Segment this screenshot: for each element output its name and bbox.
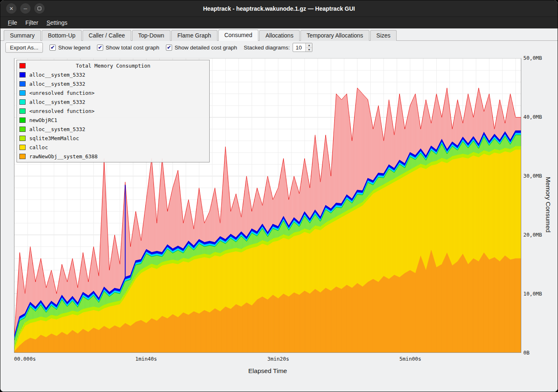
x-tick-label: 1min40s: [135, 356, 157, 362]
checkbox-show-detailed-cost-graph[interactable]: ✔Show detailed cost graph: [166, 45, 237, 51]
title-bar[interactable]: ✕ ─ Heaptrack - heaptrack.wakunode.1.gz …: [0, 0, 558, 17]
legend-label: alloc__system_5332: [29, 99, 85, 105]
legend-label: alloc__system_5332: [29, 81, 85, 87]
y-tick-label: 0B: [523, 350, 530, 356]
y-tick-label: 30,0MB: [523, 173, 542, 179]
y-axis-title: Memory Consumed: [544, 177, 552, 232]
checkbox-show-total-cost-graph[interactable]: ✔Show total cost graph: [97, 45, 159, 51]
x-tick-label: 00.000s: [14, 356, 36, 362]
x-tick-label: 5min00s: [400, 356, 421, 362]
legend-label: newObjRC1: [29, 117, 57, 123]
checkbox-label: Show total cost graph: [106, 45, 159, 51]
x-tick-label: 3min20s: [267, 356, 289, 362]
maximize-button[interactable]: [34, 3, 45, 14]
tab-consumed[interactable]: Consumed: [218, 30, 259, 41]
legend-label: alloc__system_5332: [29, 126, 85, 132]
legend-item: alloc__system_5332: [17, 97, 209, 106]
stacked-diagrams-value[interactable]: 10: [293, 43, 305, 52]
y-tick-label: 10,0MB: [523, 291, 542, 297]
minimize-button[interactable]: ─: [20, 3, 31, 14]
spinbox-arrows: ▲ ▼: [305, 43, 312, 52]
legend-item: alloc__system_5332: [17, 79, 209, 88]
checkbox-label: Show detailed cost graph: [175, 45, 237, 51]
legend-swatch: [19, 108, 26, 114]
maximize-icon: [38, 7, 41, 10]
checkbox-box[interactable]: ✔: [166, 45, 172, 51]
legend-label: alloc__system_5332: [29, 72, 85, 78]
y-tick-label: 40,0MB: [523, 114, 542, 120]
toolbar: Export As... ✔Show legend✔Show total cos…: [0, 41, 558, 54]
checkbox-box[interactable]: ✔: [97, 45, 103, 51]
tab-top-down[interactable]: Top-Down: [132, 30, 170, 41]
legend-label: Total Memory Consumption: [29, 63, 207, 69]
y-tick-label: 50,0MB: [523, 55, 542, 61]
legend-swatch: [19, 117, 26, 123]
chart-legend: Total Memory Consumptionalloc__system_53…: [17, 60, 210, 162]
stacked-diagrams-spinbox[interactable]: 10 ▲ ▼: [293, 43, 312, 52]
legend-label: <unresolved function>: [29, 108, 95, 114]
window-title: Heaptrack - heaptrack.wakunode.1.gz — He…: [0, 5, 558, 12]
memory-consumption-plot[interactable]: Total Memory Consumptionalloc__system_53…: [14, 58, 521, 353]
legend-item: newObjRC1: [17, 115, 209, 124]
legend-swatch: [19, 136, 26, 141]
checkbox-show-legend[interactable]: ✔Show legend: [50, 45, 90, 51]
legend-item: <unresolved function>: [17, 106, 209, 115]
checkbox-box[interactable]: ✔: [50, 45, 56, 51]
chart-area: Total Memory Consumptionalloc__system_53…: [0, 54, 558, 392]
window-controls: ✕ ─: [6, 3, 45, 14]
tab-allocations[interactable]: Allocations: [259, 30, 300, 41]
legend-item: alloc__system_5332: [17, 70, 209, 79]
checkbox-label: Show legend: [58, 45, 90, 51]
spin-up-icon[interactable]: ▲: [306, 43, 312, 48]
legend-swatch: [19, 72, 26, 77]
tab-sizes[interactable]: Sizes: [370, 30, 397, 41]
tab-bottom-up[interactable]: Bottom-Up: [42, 30, 82, 41]
tab-summary[interactable]: Summary: [4, 30, 41, 41]
legend-label: calloc: [29, 144, 48, 150]
menu-filter[interactable]: Filter: [21, 18, 43, 28]
legend-swatch: [19, 127, 26, 132]
stacked-diagrams-label: Stacked diagrams:: [244, 45, 290, 51]
close-button[interactable]: ✕: [6, 3, 17, 14]
heaptrack-window: ✕ ─ Heaptrack - heaptrack.wakunode.1.gz …: [0, 0, 558, 392]
legend-swatch: [19, 154, 26, 159]
legend-item: sqlite3MemMalloc: [17, 134, 209, 143]
legend-swatch: [19, 90, 26, 96]
legend-label: sqlite3MemMalloc: [29, 135, 79, 141]
tab-caller-callee[interactable]: Caller / Callee: [83, 30, 131, 41]
spin-down-icon[interactable]: ▼: [306, 48, 312, 52]
y-tick-label: 20,0MB: [523, 232, 542, 238]
tab-flame-graph[interactable]: Flame Graph: [171, 30, 218, 41]
legend-swatch: [19, 145, 26, 150]
legend-item: <unresolved function>: [17, 88, 209, 97]
legend-swatch: [19, 99, 26, 105]
menu-bar: FileFilterSettings: [0, 17, 558, 28]
legend-swatch: [19, 63, 26, 68]
menu-settings[interactable]: Settings: [43, 18, 72, 28]
legend-swatch: [19, 81, 26, 87]
legend-item: rawNewObj__system_6388: [17, 152, 209, 161]
menu-file[interactable]: File: [4, 18, 21, 28]
export-as-button[interactable]: Export As...: [5, 42, 43, 53]
legend-label: <unresolved function>: [29, 90, 95, 96]
legend-title-row: Total Memory Consumption: [17, 61, 209, 70]
stacked-diagrams-control: Stacked diagrams: 10 ▲ ▼: [244, 43, 313, 52]
tab-temporary-allocations[interactable]: Temporary Allocations: [300, 30, 369, 41]
legend-label: rawNewObj__system_6388: [29, 153, 98, 160]
legend-item: alloc__system_5332: [17, 124, 209, 134]
toolbar-checkboxes: ✔Show legend✔Show total cost graph✔Show …: [50, 45, 237, 51]
legend-item: calloc: [17, 143, 209, 152]
tab-bar: SummaryBottom-UpCaller / CalleeTop-DownF…: [0, 28, 558, 41]
x-axis-title: Elapsed Time: [14, 367, 521, 375]
